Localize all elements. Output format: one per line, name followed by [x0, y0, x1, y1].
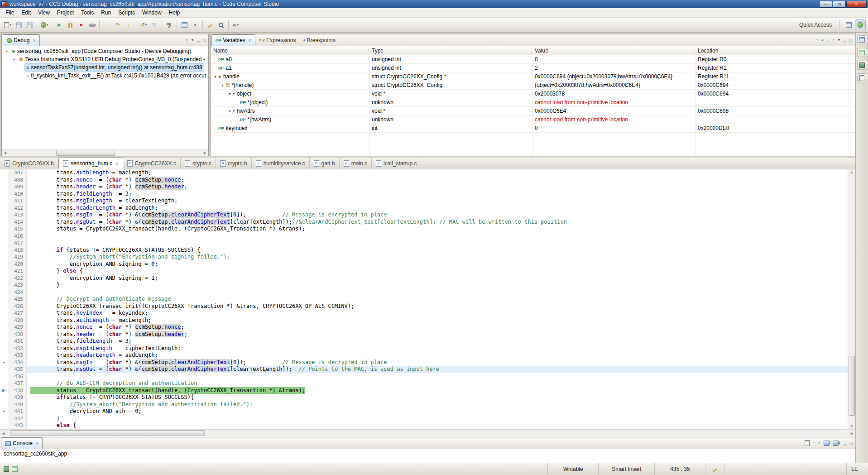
- close-window-button[interactable]: ×: [846, 1, 867, 8]
- suspend-button[interactable]: [65, 19, 75, 30]
- debug-button[interactable]: ▾: [39, 19, 49, 30]
- column-header-name[interactable]: Name: [211, 46, 369, 55]
- variable-row[interactable]: ▾▤*(handle)struct CryptoCC26XX_Config{ob…: [211, 81, 855, 90]
- code-line[interactable]: 413 trans.msgIn = (char *) &(ccmSetup.cl…: [0, 211, 848, 219]
- close-tab-icon[interactable]: ×: [115, 161, 118, 166]
- debug-tree-row[interactable]: ▾▣Texas Instruments XDS110 USB Debug Pro…: [2, 55, 208, 63]
- code-line[interactable]: 410 trans.fieldLength = 3;: [0, 191, 848, 198]
- tree-item[interactable]: ▣Texas Instruments XDS110 USB Debug Prob…: [17, 55, 208, 63]
- title-bar[interactable]: workspace_v7 - CCS Debug - sensortag_cc2…: [0, 0, 868, 8]
- code-line[interactable]: 427 trans.keyIndex = keyIndex;: [0, 310, 848, 317]
- editor-hscrollbar[interactable]: ◀ ▶: [0, 429, 855, 437]
- editor-tab-CryptoCC26XX.c[interactable]: cCryptoCC26XX.c: [123, 158, 181, 169]
- menu-help[interactable]: Help: [165, 9, 184, 17]
- close-view-icon[interactable]: ×: [249, 38, 251, 43]
- step-into-button[interactable]: ↓: [102, 19, 112, 30]
- menu-file[interactable]: File: [2, 9, 18, 17]
- collapse-all-button[interactable]: ▴: [821, 38, 824, 42]
- dropdown-arrow-icon[interactable]: ▾: [237, 23, 239, 27]
- terminate-button[interactable]: ■: [76, 19, 86, 30]
- variable-row[interactable]: (x)=a1unsigned int2Register R1: [211, 64, 855, 72]
- remove-all-button[interactable]: ×: [185, 38, 188, 43]
- maximize-view-button[interactable]: □: [849, 38, 852, 43]
- scroll-down-icon[interactable]: ▼: [850, 424, 854, 428]
- open-console-button[interactable]: ▾: [833, 441, 841, 446]
- minimize-view-button[interactable]: ▁: [197, 38, 200, 42]
- editor-tab-gatt.h[interactable]: hgatt.h: [310, 158, 340, 169]
- tab-console[interactable]: Console ×: [1, 437, 43, 449]
- scrollbar-thumb[interactable]: [56, 150, 115, 156]
- minimize-view-button[interactable]: ▁: [844, 441, 847, 445]
- view-menu-button[interactable]: ▾: [838, 38, 840, 42]
- build-button[interactable]: [164, 19, 174, 30]
- code-line[interactable]: ▪441 decrytion_AND_ath = 0;: [0, 408, 848, 415]
- expand-arrow-icon[interactable]: ▾: [220, 83, 225, 87]
- restore-window-button[interactable]: □: [833, 1, 846, 8]
- refresh-button[interactable]: ↻: [149, 19, 159, 30]
- new-file-button[interactable]: ▾: [3, 19, 13, 30]
- code-line[interactable]: 411 trans.msgInLength = clearTextLength;: [0, 197, 848, 205]
- export-button[interactable]: ↑: [832, 38, 835, 43]
- menu-view[interactable]: View: [34, 9, 53, 17]
- show-type-names-button[interactable]: ≡: [815, 38, 818, 43]
- tab-variables[interactable]: (x)=Variables×: [211, 34, 255, 46]
- variable-row[interactable]: ▾●hwAttrsvoid *0x0000C6E40x0000C698: [211, 107, 855, 115]
- column-header-type[interactable]: Type: [369, 46, 532, 55]
- expand-arrow-icon[interactable]: ▾: [212, 75, 218, 79]
- editor-tab-CryptoCC26XX.h[interactable]: hCryptoCC26XX.h: [0, 158, 58, 169]
- disconnect-button[interactable]: [87, 19, 97, 30]
- save-button[interactable]: [14, 19, 24, 30]
- menu-run[interactable]: Run: [97, 9, 115, 17]
- resume-button[interactable]: ▶: [54, 19, 64, 30]
- code-line[interactable]: 433 trans.headerLength = aadLength;: [0, 352, 848, 359]
- code-line[interactable]: 436: [0, 373, 848, 380]
- variable-row[interactable]: (x)=keyIndexint00x20000DE0: [211, 124, 855, 133]
- clear-console-button[interactable]: [805, 440, 810, 446]
- quick-access-button[interactable]: Quick Access: [796, 20, 835, 29]
- tab-debug[interactable]: Debug ×: [3, 34, 40, 46]
- code-line[interactable]: 419 //System_abort("Encryption and signi…: [0, 254, 848, 261]
- code-line[interactable]: 425 // Decrypt and authenticate message: [0, 296, 848, 303]
- highlight-button[interactable]: [205, 19, 215, 30]
- view-menu-button[interactable]: ▾: [192, 38, 194, 42]
- dropdown-arrow-icon[interactable]: ▾: [10, 23, 11, 27]
- scroll-left-icon[interactable]: ◀: [4, 151, 6, 155]
- import-button[interactable]: ↓: [827, 38, 830, 43]
- tree-item[interactable]: ◉sensortag_cc2650stk_app [Code Composer …: [10, 47, 192, 55]
- code-line[interactable]: 407 trans.authLength = macLength;: [0, 169, 848, 177]
- expand-arrow-icon[interactable]: ▾: [227, 92, 233, 96]
- code-line[interactable]: 408 trans.nonce = (char *) ccmSetup.nonc…: [0, 177, 848, 184]
- code-line[interactable]: 423 }: [0, 282, 848, 289]
- display-selected-console-button[interactable]: [824, 441, 830, 446]
- debug-tree-row[interactable]: ▾◉sensortag_cc2650stk_app [Code Composer…: [2, 47, 208, 55]
- ccs-debug-perspective-button[interactable]: [855, 19, 866, 30]
- code-line[interactable]: 420 encryption_AND_signing = 0;: [0, 261, 848, 268]
- tree-item[interactable]: ≡sensorTaskFxn$7(unsigned int, unsigned …: [24, 63, 204, 72]
- code-line[interactable]: 416: [0, 233, 848, 240]
- editor-tab-icall_startup.c[interactable]: cicall_startup.c: [372, 158, 421, 169]
- code-line[interactable]: 418 if (status != CRYPTOCC26XX_STATUS_SU…: [0, 247, 848, 254]
- variable-row[interactable]: ▾●objectvoid *0x200030780x0000C694: [211, 90, 855, 98]
- close-view-icon[interactable]: ×: [33, 38, 35, 43]
- dropdown-arrow-icon[interactable]: ▾: [145, 23, 147, 27]
- step-over-button[interactable]: ↷: [113, 19, 123, 30]
- menu-tools[interactable]: Tools: [77, 9, 97, 17]
- scroll-lock-button[interactable]: ≡: [813, 441, 815, 446]
- scroll-right-icon[interactable]: ▶: [204, 151, 206, 155]
- dropdown-arrow-icon[interactable]: ▾: [839, 441, 841, 445]
- scroll-up-icon[interactable]: ▲: [850, 170, 854, 174]
- code-line[interactable]: 437 // Do AES-CCM decryption and authent…: [0, 380, 848, 387]
- code-line[interactable]: 422 encryption_AND_signing = 1;: [0, 275, 848, 282]
- code-area[interactable]: 407 trans.authLength = macLength;408 tra…: [0, 169, 848, 429]
- tab-expressions[interactable]: x+yExpressions: [255, 34, 299, 46]
- code-line[interactable]: 428 trans.authLength = macLength;: [0, 317, 848, 324]
- code-line[interactable]: 426 CryptoCC26XX_Transac_init((CryptoCC2…: [0, 303, 848, 310]
- minimized-view-1-button[interactable]: [857, 35, 867, 44]
- code-line[interactable]: 417: [0, 240, 848, 247]
- code-line[interactable]: 431 trans.fieldLength = 3;: [0, 338, 848, 345]
- editor-tab-sensortag_hum.c[interactable]: csensortag_hum.c×: [58, 158, 123, 169]
- dropdown-arrow-icon[interactable]: ▾: [47, 23, 48, 27]
- cursor-position[interactable]: 435 : 35: [654, 463, 705, 475]
- console-output[interactable]: sensortag_cc2650stk_app: [0, 449, 855, 464]
- step-return-button[interactable]: ↑: [124, 19, 134, 30]
